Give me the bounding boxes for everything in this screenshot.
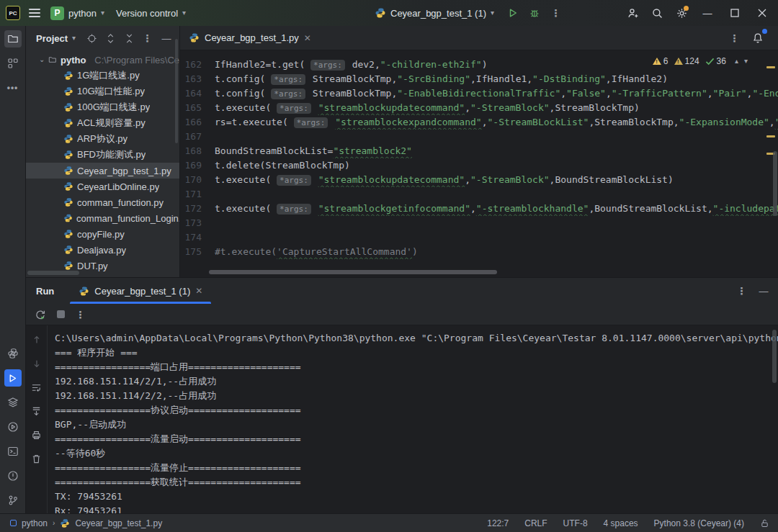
code-line[interactable]: 163t.config( *args: StreamBlockTmp,"-Src… [180, 72, 778, 86]
select-opened-file-button[interactable] [83, 30, 100, 47]
project-widget[interactable]: P python ▾ [46, 3, 109, 23]
tree-item[interactable]: CeyearLibOnline.py [26, 179, 179, 194]
line-ending[interactable]: CRLF [524, 518, 547, 528]
tree-item[interactable]: BFD功能测试.py [26, 147, 179, 163]
code-line[interactable]: 171 [180, 187, 778, 202]
debug-button[interactable] [526, 4, 543, 22]
close-run-tab-icon[interactable]: ✕ [195, 286, 202, 296]
code-line[interactable]: 172t.execute( *args: "streamblockgetinfo… [180, 202, 778, 216]
project-options-button[interactable]: ⋮ [139, 30, 156, 47]
expand-all-button[interactable] [102, 30, 119, 47]
caret-position[interactable]: 122:7 [487, 518, 509, 528]
code-line[interactable]: 174 [180, 230, 778, 245]
tree-item[interactable]: Dealjava.py [26, 242, 179, 258]
file-encoding[interactable]: UTF-8 [563, 518, 588, 528]
prev-problem-icon[interactable]: ▴ [735, 58, 738, 65]
python-file-icon [63, 86, 73, 96]
problems-tool-button[interactable] [4, 467, 22, 484]
code-line[interactable]: 165t.execute( *args: "streamblockupdatec… [180, 101, 778, 115]
code-line[interactable]: 175#t.execute('CaptureStartAllCommand') [180, 245, 778, 259]
maximize-button[interactable] [725, 3, 745, 23]
tree-item[interactable]: comman_function.py [26, 194, 179, 210]
code-line[interactable]: 164t.config( *args: StreamBlockTmp,"-Ena… [180, 86, 778, 101]
tree-item[interactable]: 1G端口线速.py [26, 68, 179, 84]
terminal-tool-button[interactable] [4, 443, 22, 460]
editor-options-button[interactable]: ⋮ [726, 30, 743, 47]
project-tool-button[interactable] [4, 30, 22, 48]
close-button[interactable] [752, 3, 772, 23]
tree-item[interactable]: Ceyear_bgp_test_1.py [26, 163, 179, 179]
code-area[interactable]: 162IfHandle2=t.get( *args: dev2,"-childr… [180, 50, 778, 277]
notifications-button[interactable] [749, 30, 766, 47]
run-config-name[interactable]: Ceyear_bgp_test_1 (1) [390, 8, 486, 19]
structure-tool-button[interactable] [4, 55, 22, 72]
console-more-button[interactable]: ⋮ [72, 306, 89, 323]
indent-style[interactable]: 4 spaces [604, 518, 638, 528]
code-line[interactable]: 168BoundStreamBlockList="streamblock2" [180, 144, 778, 158]
code-text: t.delete(StreamBlockTmp) [215, 158, 778, 173]
breadcrumb-file[interactable]: Ceyear_bgp_test_1.py [75, 518, 162, 528]
hide-run-panel-button[interactable]: — [755, 282, 772, 299]
services-tool-button[interactable] [4, 394, 22, 411]
python-packages-tool-button[interactable] [4, 345, 22, 362]
unlocked-icon[interactable] [760, 518, 769, 528]
tree-item[interactable]: ARP协议.py [26, 131, 179, 147]
error-stripe-mark[interactable] [766, 66, 775, 68]
tree-item[interactable]: 100G端口线速.py [26, 99, 179, 115]
tree-item[interactable]: 10G端口性能.py [26, 84, 179, 99]
more-actions-button[interactable]: ⋮ [547, 4, 565, 22]
code-line[interactable]: 167 [180, 130, 778, 144]
python-interpreter[interactable]: Python 3.8 (Ceyear) (4) [654, 518, 744, 528]
run-button[interactable] [504, 4, 522, 22]
settings-button[interactable] [673, 4, 690, 22]
next-problem-icon[interactable]: ▾ [744, 58, 748, 65]
run-tab[interactable]: Ceyear_bgp_test_1 (1) ✕ [70, 278, 211, 304]
search-everywhere-button[interactable] [648, 4, 666, 22]
tree-item[interactable]: comman_function_Login.p [26, 210, 179, 226]
run-panel-title[interactable]: Run [36, 286, 54, 297]
clear-all-button[interactable] [28, 450, 45, 467]
version-control-label: Version control [116, 8, 178, 19]
editor-vertical-scrollbar[interactable] [773, 151, 777, 216]
run-tool-button[interactable] [4, 369, 22, 387]
inspections-widget[interactable]: 6 124 36 ▴ ▾ [653, 56, 748, 66]
code-with-me-button[interactable] [624, 4, 641, 22]
project-vertical-scrollbar[interactable] [175, 39, 178, 143]
soft-wrap-button[interactable] [28, 379, 45, 396]
error-stripe-mark[interactable] [766, 135, 775, 137]
structure-icon [7, 58, 19, 69]
down-stacktrace-button[interactable] [28, 355, 45, 372]
project-panel-title[interactable]: Project [36, 33, 68, 44]
line-number: 175 [180, 245, 215, 259]
version-control-widget[interactable]: Version control ▾ [112, 3, 190, 23]
collapse-all-button[interactable] [120, 30, 138, 47]
console-output[interactable]: C:\Users\admin\AppData\Local\Programs\Py… [48, 325, 778, 513]
project-horizontal-scrollbar[interactable] [27, 271, 79, 275]
code-text [215, 230, 778, 245]
minimize-button[interactable]: — [697, 3, 717, 23]
project-panel: Project ▾ ⋮ — ⌄pythonC:\Program Files\Ce… [26, 26, 180, 277]
tree-item[interactable]: ACL规则容量.py [26, 115, 179, 131]
editor-tab[interactable]: Ceyear_bgp_test_1.py ✕ [180, 26, 318, 50]
print-button[interactable] [28, 426, 45, 443]
code-line[interactable]: 173 [180, 216, 778, 230]
tree-item[interactable]: copyFile.py [26, 226, 179, 242]
breadcrumb-module[interactable]: python [22, 518, 48, 528]
main-menu-button[interactable] [26, 4, 43, 22]
hide-project-panel-button[interactable]: — [158, 30, 175, 47]
python-console-tool-button[interactable] [4, 418, 22, 436]
stop-button[interactable] [52, 306, 69, 323]
scroll-to-end-button[interactable] [28, 402, 45, 420]
code-line[interactable]: 169t.delete(StreamBlockTmp) [180, 158, 778, 173]
more-tool-windows-button[interactable]: ••• [4, 79, 22, 96]
close-tab-icon[interactable]: ✕ [304, 33, 311, 43]
run-panel-options-button[interactable]: ⋮ [733, 282, 751, 299]
tree-root-folder[interactable]: ⌄pythonC:\Program Files\Ce [26, 52, 179, 68]
rerun-button[interactable] [32, 306, 49, 323]
editor-horizontal-scrollbar[interactable] [209, 270, 497, 274]
console-vertical-scrollbar[interactable] [772, 330, 777, 383]
up-stacktrace-button[interactable] [28, 331, 45, 348]
git-tool-button[interactable] [4, 492, 22, 509]
code-line[interactable]: 166rs=t.execute( *args: "streamblockexpa… [180, 115, 778, 130]
code-line[interactable]: 170t.execute( *args: "streamblockupdatec… [180, 173, 778, 187]
